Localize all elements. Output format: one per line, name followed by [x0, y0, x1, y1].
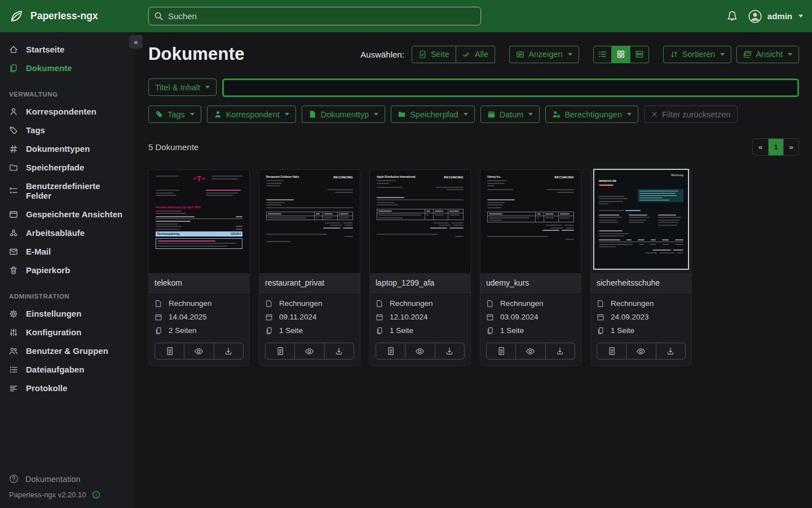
- document-thumbnail[interactable]: Udemy Inc. RECHNUNG: [480, 170, 581, 273]
- filter-buttons-row: Tags Korrespondent Dokumenttyp: [148, 106, 799, 123]
- filter-tags-dropdown[interactable]: Tags: [148, 106, 201, 123]
- file-icon: [376, 300, 383, 308]
- view-grid-toggle[interactable]: [612, 46, 630, 63]
- brand-name: Paperless-ngx: [30, 10, 98, 22]
- document-title[interactable]: udemy_kurs: [480, 273, 581, 293]
- details-button[interactable]: [376, 343, 405, 360]
- sidebar-item-dokumenttypen[interactable]: Dokumenttypen: [0, 139, 135, 158]
- meta-date: 24.09.2023: [597, 313, 686, 321]
- sidebar-item-label: Dokumente: [26, 63, 72, 73]
- details-button[interactable]: [155, 343, 184, 360]
- document-title[interactable]: restaurant_privat: [259, 273, 360, 293]
- preview-button[interactable]: [516, 343, 545, 360]
- document-card[interactable]: Apple Distribution International RECHNUN…: [369, 169, 471, 366]
- download-button[interactable]: [214, 343, 244, 360]
- meta-doctype: Rechnungen: [376, 299, 465, 308]
- sidebar-item-korrespondenten[interactable]: Korrespondenten: [0, 102, 135, 121]
- sidebar-item-protokolle[interactable]: Protokolle: [0, 379, 135, 397]
- download-icon: [666, 347, 675, 356]
- list-view-icon: [598, 50, 607, 59]
- sidebar-item-startseite[interactable]: Startseite: [0, 40, 135, 59]
- document-thumbnail[interactable]: Restaurant Goldener Hahn RECHNUNG: [259, 170, 360, 273]
- show-dropdown-button[interactable]: Anzeigen: [509, 46, 579, 63]
- sidebar-item-papierkorb[interactable]: Papierkorb: [0, 261, 135, 279]
- sidebar-item-speicherpfade[interactable]: Speicherpfade: [0, 158, 135, 177]
- file-icon: [265, 300, 273, 308]
- download-button[interactable]: [546, 343, 575, 360]
- document-title[interactable]: telekom: [149, 273, 249, 293]
- documentation-link[interactable]: Dokumentation: [0, 470, 135, 488]
- sidebar-item-gespeicherte-ansichten[interactable]: Gespeicherte Ansichten: [0, 205, 135, 224]
- invoice-doc-label: RECHNUNG: [444, 176, 464, 179]
- filter-correspondent-dropdown[interactable]: Korrespondent: [207, 106, 296, 123]
- sidebar-item-label: Korrespondenten: [26, 107, 96, 116]
- document-card[interactable]: T Festnetz-Rechnung für April 2025: [148, 169, 250, 366]
- app-logo-home-link[interactable]: Paperless-ngx: [9, 9, 98, 24]
- saved-views-icon: [9, 210, 18, 219]
- sidebar-footer: Dokumentation Paperless-ngx v2.20.10: [0, 470, 135, 503]
- download-button[interactable]: [325, 343, 354, 360]
- telekom-logo: T: [194, 176, 205, 182]
- chevron-down-icon: [374, 113, 378, 116]
- sidebar-item-dokumente[interactable]: Dokumente: [0, 59, 135, 77]
- sort-dropdown-button[interactable]: Sortieren: [663, 46, 732, 63]
- meta-date: 12.10.2024: [376, 313, 465, 321]
- details-button[interactable]: [597, 343, 626, 360]
- download-button[interactable]: [656, 343, 686, 360]
- sidebar-item-benutzerdefinierte-felder[interactable]: Benutzerdefinierte Felder: [0, 177, 135, 205]
- bell-icon[interactable]: [726, 10, 738, 22]
- window-stack-icon: [743, 50, 752, 59]
- sidebar-item-einstellungen[interactable]: Einstellungen: [0, 304, 135, 323]
- filter-storagepath-label: Speicherpfad: [410, 110, 458, 119]
- sidebar-item-label: Tags: [26, 125, 45, 135]
- select-all-button[interactable]: Alle: [456, 46, 495, 63]
- sidebar-item-label: Speicherpfade: [26, 163, 84, 172]
- document-card[interactable]: amazon.de Rechnung: [590, 169, 692, 366]
- preview-button[interactable]: [405, 343, 435, 360]
- file-fill-icon: [308, 110, 317, 119]
- sidebar-item-email[interactable]: E-Mail: [0, 242, 135, 261]
- view-list-toggle[interactable]: [593, 46, 612, 63]
- sidebar-item-benutzer-gruppen[interactable]: Benutzer & Gruppen: [0, 341, 135, 360]
- sidebar-item-tags[interactable]: Tags: [0, 121, 135, 139]
- document-thumbnail[interactable]: amazon.de Rechnung: [591, 170, 691, 273]
- sidebar-item-label: Dateiaufgaben: [26, 365, 84, 374]
- document-thumbnail[interactable]: Apple Distribution International RECHNUN…: [370, 170, 470, 273]
- preview-button[interactable]: [626, 343, 656, 360]
- document-title[interactable]: sicherheitsschuhe: [591, 273, 691, 293]
- preview-button[interactable]: [184, 343, 214, 360]
- document-title[interactable]: laptop_1299_afa: [370, 273, 470, 293]
- pagination: « 1 »: [752, 138, 799, 156]
- download-button[interactable]: [435, 343, 465, 360]
- view-cards-toggle[interactable]: [630, 46, 649, 63]
- sidebar-item-konfiguration[interactable]: Konfiguration: [0, 323, 135, 341]
- document-thumbnail[interactable]: T Festnetz-Rechnung für April 2025: [149, 170, 249, 273]
- sidebar-item-arbeitsablaeufe[interactable]: Arbeitsabläufe: [0, 224, 135, 242]
- details-button[interactable]: [265, 343, 295, 360]
- sidebar-item-dateiaufgaben[interactable]: Dateiaufgaben: [0, 360, 135, 379]
- filter-permissions-dropdown[interactable]: Berechtigungen: [545, 106, 638, 123]
- document-card[interactable]: Restaurant Goldener Hahn RECHNUNG: [259, 169, 360, 366]
- sidebar-collapse-button[interactable]: «: [129, 35, 143, 49]
- search-input[interactable]: [148, 7, 481, 25]
- user-menu[interactable]: admin: [748, 9, 803, 24]
- filter-field-dropdown[interactable]: Titel & Inhalt: [148, 78, 217, 96]
- filter-doctype-dropdown[interactable]: Dokumenttyp: [302, 106, 385, 123]
- preview-button[interactable]: [295, 343, 324, 360]
- pagination-prev-button[interactable]: «: [753, 139, 768, 155]
- invoice-note-box: [156, 238, 242, 249]
- info-circle-icon[interactable]: [92, 491, 100, 499]
- pagination-next-button[interactable]: »: [783, 139, 798, 155]
- select-label: Auswählen:: [360, 50, 404, 59]
- envelope-icon: [9, 247, 18, 256]
- document-card[interactable]: Udemy Inc. RECHNUNG: [480, 169, 581, 366]
- filter-storagepath-dropdown[interactable]: Speicherpfad: [391, 106, 474, 123]
- filter-date-dropdown[interactable]: Datum: [480, 106, 540, 123]
- pagination-page-1[interactable]: 1: [768, 139, 783, 155]
- select-page-button[interactable]: Seite: [412, 46, 456, 63]
- view-settings-dropdown-button[interactable]: Ansicht: [736, 46, 799, 63]
- filter-query-input[interactable]: [222, 78, 799, 97]
- sliders-icon: [9, 328, 18, 337]
- meta-date: 09.11.2024: [265, 313, 354, 321]
- details-button[interactable]: [486, 343, 516, 360]
